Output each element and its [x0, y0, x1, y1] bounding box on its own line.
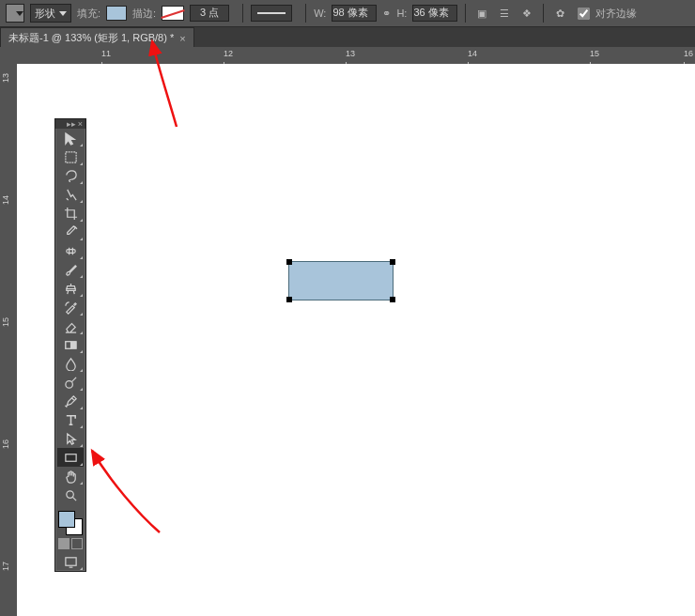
resize-handle[interactable]: [286, 297, 292, 302]
ruler-tick: 13: [346, 49, 355, 58]
ruler-tick: 15: [1, 317, 10, 327]
canvas[interactable]: [17, 64, 695, 616]
tools-panel[interactable]: ▸▸ ×: [54, 118, 86, 572]
panel-grip[interactable]: ▸▸ ×: [55, 119, 85, 129]
dropdown-icon: [59, 11, 67, 16]
foreground-color-swatch[interactable]: [58, 511, 75, 528]
height-label: H:: [396, 8, 407, 19]
path-ops-icon[interactable]: ▣: [473, 5, 490, 22]
ruler-tick: 13: [1, 73, 10, 83]
document-tab[interactable]: 未标题-1 @ 133% (矩形 1, RGB/8) * ×: [0, 27, 194, 48]
shape-mode-select[interactable]: 形状: [30, 4, 71, 23]
ruler-tick: 16: [1, 439, 10, 449]
ruler-tick: 15: [590, 49, 599, 58]
tool-eyedropper[interactable]: [57, 223, 84, 241]
ruler-tick: 12: [224, 49, 233, 58]
ruler-tick: 16: [684, 49, 693, 58]
tool-marquee[interactable]: [57, 147, 84, 166]
color-swatches[interactable]: [58, 511, 83, 535]
svg-rect-0: [65, 151, 75, 162]
stroke-color-picker[interactable]: [162, 6, 184, 21]
separator: [465, 4, 466, 23]
arrange-icon[interactable]: ❖: [518, 5, 535, 22]
align-edges-checkbox[interactable]: 对齐边缘: [574, 5, 637, 23]
svg-rect-3: [65, 341, 70, 348]
tool-clone-stamp[interactable]: [57, 279, 84, 298]
tool-pen[interactable]: [57, 392, 84, 410]
stroke-width-field[interactable]: 3 点: [190, 5, 229, 22]
close-icon[interactable]: ×: [179, 33, 185, 44]
stroke-label: 描边:: [132, 7, 156, 21]
canvas-area[interactable]: [17, 64, 695, 616]
svg-rect-7: [65, 557, 75, 564]
fill-label: 填充:: [77, 7, 100, 21]
width-field[interactable]: 98 像素: [332, 5, 377, 22]
document-tab-title: 未标题-1 @ 133% (矩形 1, RGB/8) *: [8, 31, 174, 45]
stroke-style-picker[interactable]: [251, 5, 292, 22]
collapse-icon[interactable]: ▸▸: [67, 119, 76, 129]
gear-icon[interactable]: ✿: [551, 5, 568, 22]
separator: [305, 4, 306, 23]
fill-color-picker[interactable]: [106, 6, 127, 21]
shape-mode-label: 形状: [35, 7, 55, 21]
close-icon[interactable]: ×: [78, 119, 83, 129]
tool-hand[interactable]: [57, 467, 84, 485]
tool-brush[interactable]: [57, 260, 84, 279]
tool-lasso[interactable]: [57, 166, 84, 185]
options-bar: 形状 填充: 描边: 3 点 W: 98 像素 ⚭ H: 36 像素 ▣ ☰ ❖…: [0, 0, 695, 27]
tool-type[interactable]: [57, 410, 84, 429]
separator: [543, 4, 544, 23]
screen-mode-button[interactable]: [57, 552, 84, 571]
screen-mode-icon[interactable]: [58, 538, 70, 549]
horizontal-ruler: 11 12 13 14 15 16: [17, 47, 695, 65]
align-edges-input[interactable]: [578, 8, 590, 20]
workspace: 11 12 13 14 15 16 13 14 15 16 17: [0, 47, 695, 616]
tool-preset-picker[interactable]: [6, 4, 24, 23]
tool-history-brush[interactable]: [57, 298, 84, 316]
height-field[interactable]: 36 像素: [412, 5, 457, 22]
ruler-tick: 17: [1, 562, 10, 571]
shape-rectangle-1[interactable]: [288, 261, 394, 300]
tool-eraser[interactable]: [57, 316, 84, 335]
resize-handle[interactable]: [390, 297, 395, 302]
ruler-corner: [0, 47, 18, 65]
separator: [242, 4, 243, 23]
tool-zoom[interactable]: [57, 485, 84, 504]
tool-dodge[interactable]: [57, 373, 84, 392]
ruler-tick: 14: [1, 195, 10, 205]
width-label: W:: [314, 8, 326, 19]
quick-mask-row: [58, 538, 83, 549]
svg-point-6: [66, 490, 73, 498]
tool-rectangle[interactable]: [57, 448, 84, 467]
quick-mask-icon[interactable]: [71, 538, 83, 549]
svg-point-4: [65, 380, 72, 388]
ruler-tick: 14: [468, 49, 477, 58]
resize-handle[interactable]: [286, 259, 292, 265]
ruler-tick: 11: [101, 49, 111, 58]
tool-spot-heal[interactable]: [57, 241, 84, 260]
tool-path-select[interactable]: [57, 429, 84, 448]
align-edges-label: 对齐边缘: [595, 7, 637, 21]
vertical-ruler: 13 14 15 16 17: [0, 64, 18, 616]
tool-move[interactable]: [57, 129, 84, 147]
tool-crop[interactable]: [57, 204, 84, 223]
svg-rect-5: [65, 454, 75, 461]
resize-handle[interactable]: [390, 259, 395, 265]
align-icon[interactable]: ☰: [496, 5, 513, 22]
tool-blur[interactable]: [57, 354, 84, 373]
tool-gradient[interactable]: [57, 335, 84, 354]
tool-quick-select[interactable]: [57, 185, 84, 204]
link-icon[interactable]: ⚭: [382, 8, 391, 20]
svg-rect-1: [66, 249, 74, 253]
document-tab-bar: 未标题-1 @ 133% (矩形 1, RGB/8) * ×: [0, 27, 695, 49]
